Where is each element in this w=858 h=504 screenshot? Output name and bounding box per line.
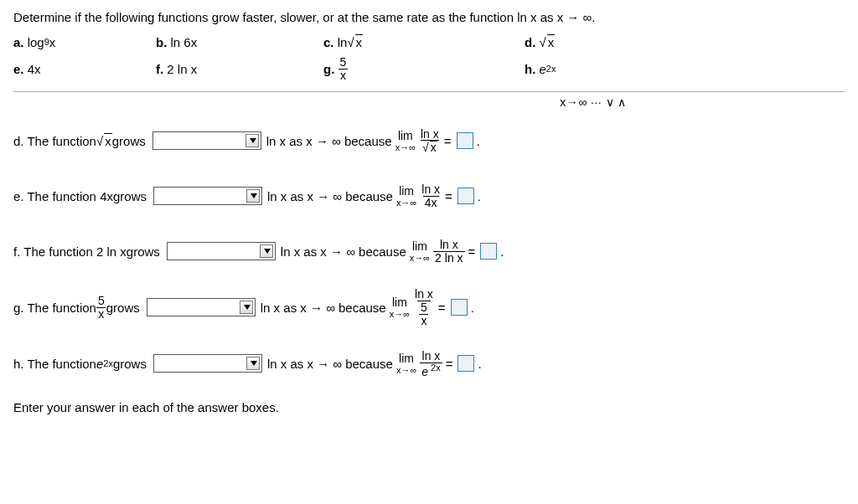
option-label: g. bbox=[323, 62, 334, 76]
dropdown-g[interactable] bbox=[147, 298, 256, 316]
option-label: h. bbox=[525, 62, 535, 76]
option-a: a. log 9x bbox=[13, 34, 156, 49]
option-f: f. 2 ln x bbox=[156, 56, 323, 81]
option-label: d. bbox=[525, 35, 535, 49]
instructions: Determine if the following functions gro… bbox=[13, 10, 845, 24]
option-b: b. ln 6x bbox=[156, 34, 323, 49]
dropdown-d[interactable] bbox=[152, 131, 261, 150]
answer-box-f[interactable] bbox=[480, 243, 497, 260]
rate-select[interactable] bbox=[147, 298, 256, 316]
dropdown-e[interactable] bbox=[153, 187, 262, 205]
because-text: ln x as x → ∞ because limx→∞ ln xx = . bbox=[266, 128, 480, 154]
rate-select[interactable] bbox=[167, 242, 276, 260]
option-h: h. e 2x bbox=[525, 56, 650, 81]
answer-box-e[interactable] bbox=[457, 188, 474, 204]
because-text: ln x as x → ∞ because limx→∞ ln xe 2x = … bbox=[267, 350, 482, 378]
answer-box-d[interactable] bbox=[457, 132, 473, 149]
footer-text: Enter your answer in each of the answer … bbox=[13, 400, 845, 414]
option-label: f. bbox=[156, 62, 163, 76]
because-text: ln x as x → ∞ because limx→∞ ln x5x = . bbox=[261, 288, 474, 327]
options-row-2: e. 4x f. 2 ln x g. 5x h. e 2x bbox=[13, 56, 845, 81]
rate-select[interactable] bbox=[152, 131, 261, 150]
because-text: ln x as x → ∞ because limx→∞ ln x4x = . bbox=[267, 183, 481, 208]
question-e: e. The function 4x grows ln x as x → ∞ b… bbox=[13, 177, 845, 214]
options-row-1: a. log 9x b. ln 6x c. ln x d. x bbox=[13, 34, 845, 49]
option-e: e. 4x bbox=[13, 56, 156, 81]
question-prefix: h. The function e 2x grows bbox=[13, 357, 147, 371]
question-g: g. The function 5x grows ln x as x → ∞ b… bbox=[13, 288, 845, 327]
option-g: g. 5x bbox=[323, 56, 525, 81]
truncated-row: x→∞ ··· ∨ ∧ bbox=[13, 95, 845, 109]
rate-select[interactable] bbox=[153, 187, 262, 205]
option-label: b. bbox=[156, 35, 167, 49]
question-prefix: f. The function 2 ln x grows bbox=[13, 244, 160, 259]
question-prefix: d. The function x grows bbox=[13, 133, 146, 148]
answer-box-g[interactable] bbox=[451, 299, 468, 316]
question-prefix: e. The function 4x grows bbox=[13, 189, 147, 203]
option-c: c. ln x bbox=[323, 34, 525, 49]
dropdown-f[interactable] bbox=[167, 242, 276, 260]
answer-box-h[interactable] bbox=[457, 355, 474, 372]
question-f: f. The function 2 ln x grows ln x as x →… bbox=[13, 233, 845, 270]
question-h: h. The function e 2x grows ln x as x → ∞… bbox=[13, 345, 845, 382]
question-d: d. The function x grows ln x as x → ∞ be… bbox=[13, 122, 845, 159]
rate-select[interactable] bbox=[153, 354, 262, 373]
because-text: ln x as x → ∞ because limx→∞ ln x2 ln x … bbox=[281, 239, 504, 264]
option-label: c. bbox=[323, 35, 334, 49]
option-d: d. x bbox=[525, 34, 650, 49]
question-prefix: g. The function 5x grows bbox=[13, 295, 140, 320]
dropdown-h[interactable] bbox=[153, 354, 262, 373]
option-label: a. bbox=[13, 35, 24, 49]
divider bbox=[13, 91, 845, 92]
option-label: e. bbox=[13, 62, 24, 76]
